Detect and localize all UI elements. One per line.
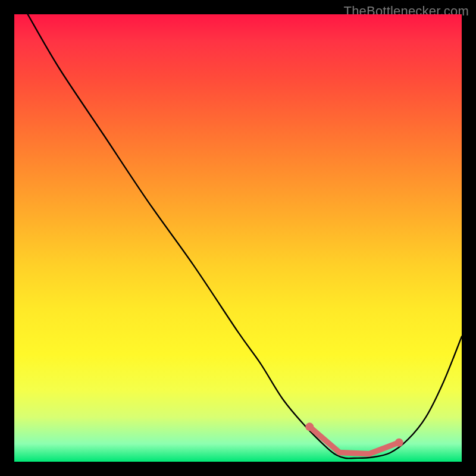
chart-frame: TheBottlenecker.com: [0, 0, 476, 476]
bottleneck-curve: [28, 14, 462, 458]
highlight-dot-left: [305, 422, 314, 431]
highlight-segment: [309, 427, 399, 453]
plot-area: [14, 14, 462, 462]
highlight-dot-right: [395, 439, 403, 447]
curve-svg: [14, 14, 462, 462]
